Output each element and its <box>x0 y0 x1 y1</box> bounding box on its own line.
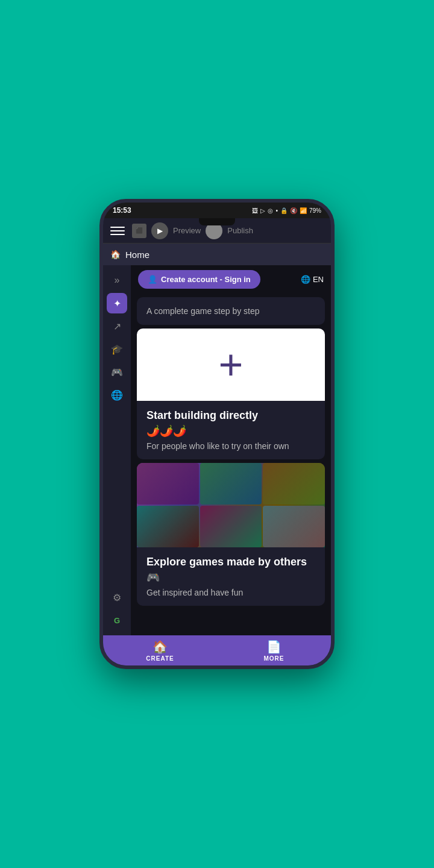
create-nav-label: CREATE <box>146 655 174 662</box>
more-nav-label: MORE <box>264 655 285 662</box>
explore-card-title: Explore games made by others <box>146 556 315 568</box>
sidebar-item-grammarly[interactable]: G <box>107 610 127 631</box>
explore-card-image <box>137 463 325 547</box>
circle-icon: ◎ <box>268 207 273 214</box>
content-area: 👤 Create account - Sign in 🌐 EN A comple… <box>131 265 331 635</box>
explore-card-desc: Get inspired and have fun <box>146 588 315 597</box>
mute-icon: 🔇 <box>290 207 297 214</box>
status-right: 🖼 ▷ ◎ • 🔒 🔇 📶 79% <box>252 207 321 214</box>
build-card-title: Start building directly <box>146 409 315 422</box>
notification-icon: 🖼 <box>252 207 258 214</box>
guided-card-body: A complete game step by step <box>137 297 325 325</box>
sidebar: » ✦ ↗ 🎓 🎮 🌐 ⚙ G <box>103 265 131 635</box>
play-icon: ▷ <box>260 207 265 214</box>
game-tile-1 <box>137 463 199 505</box>
nav-create[interactable]: 🏠 CREATE <box>103 640 217 662</box>
plus-icon: + <box>219 344 244 386</box>
language-label: EN <box>313 275 324 284</box>
explore-card[interactable]: Explore games made by others 🎮 Get inspi… <box>137 463 325 606</box>
build-card-desc: For people who like to try on their own <box>146 441 315 451</box>
chip-icon: ⬛ <box>132 224 146 238</box>
sidebar-item-learn[interactable]: 🎓 <box>107 339 127 359</box>
translate-icon: 🌐 <box>301 275 310 284</box>
game-tile-3 <box>263 463 325 505</box>
time: 15:53 <box>113 206 131 215</box>
home-bar[interactable]: 🏠 Home <box>103 244 331 265</box>
dot-icon: • <box>275 207 278 214</box>
preview-label[interactable]: Preview <box>173 226 201 235</box>
more-nav-icon: 📄 <box>266 640 281 654</box>
build-card-body: Start building directly 🌶️🌶️🌶️ For peopl… <box>137 401 325 459</box>
play-button[interactable]: ▶ <box>151 222 168 239</box>
sidebar-item-arrow[interactable]: ↗ <box>107 316 127 336</box>
sidebar-item-globe[interactable]: 🌐 <box>107 385 127 405</box>
build-card[interactable]: + Start building directly 🌶️🌶️🌶️ For peo… <box>137 329 325 459</box>
explore-card-emoji: 🎮 <box>146 571 315 584</box>
wifi-icon: 📶 <box>300 207 307 214</box>
create-account-bar: 👤 Create account - Sign in 🌐 EN <box>131 265 331 294</box>
battery-text: 79% <box>309 207 321 214</box>
game-tile-6 <box>263 506 325 547</box>
nav-more[interactable]: 📄 MORE <box>217 640 331 662</box>
home-icon: 🏠 <box>110 250 121 259</box>
lock-icon: 🔒 <box>280 207 288 214</box>
publish-label[interactable]: Publish <box>227 226 253 235</box>
guided-card[interactable]: A complete game step by step <box>137 297 325 325</box>
sidebar-item-settings[interactable]: ⚙ <box>107 587 127 608</box>
create-nav-icon: 🏠 <box>153 640 168 654</box>
home-indicator <box>103 665 331 669</box>
menu-icon[interactable] <box>108 221 127 241</box>
language-button[interactable]: 🌐 EN <box>301 275 324 284</box>
sidebar-item-gamepad[interactable]: 🎮 <box>107 362 127 382</box>
status-bar: 15:53 🖼 ▷ ◎ • 🔒 🔇 📶 79% <box>103 203 331 218</box>
person-icon: 👤 <box>148 275 157 284</box>
game-tile-5 <box>200 506 262 547</box>
sidebar-item-effects[interactable]: ✦ <box>107 293 127 313</box>
build-card-emoji: 🌶️🌶️🌶️ <box>146 424 315 438</box>
main-content: » ✦ ↗ 🎓 🎮 🌐 ⚙ G 👤 Create account - Sign … <box>103 265 331 635</box>
home-text: Home <box>125 250 149 260</box>
game-tile-2 <box>200 463 262 505</box>
guided-card-subtitle: A complete game step by step <box>146 306 260 316</box>
sidebar-item-expand[interactable]: » <box>107 270 127 291</box>
explore-card-body: Explore games made by others 🎮 Get inspi… <box>137 547 325 606</box>
build-card-image: + <box>137 329 325 401</box>
game-tile-4 <box>137 506 199 547</box>
create-account-button[interactable]: 👤 Create account - Sign in <box>138 270 260 289</box>
game-collage <box>137 463 325 547</box>
create-account-label: Create account - Sign in <box>161 275 251 284</box>
bottom-nav: 🏠 CREATE 📄 MORE <box>103 635 331 665</box>
